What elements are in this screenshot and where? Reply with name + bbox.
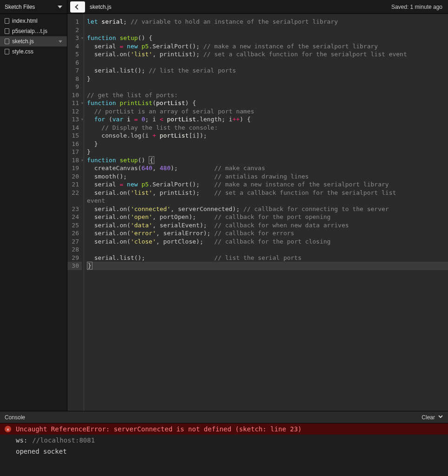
line-number: 4 xyxy=(67,42,82,51)
line-number: 11 xyxy=(67,99,82,107)
console-text-prefix: ws: xyxy=(16,436,27,444)
sketch-files-dropdown[interactable]: Sketch Files xyxy=(0,0,67,13)
line-gutter: 1234567891011121314151617181920212223242… xyxy=(67,14,84,411)
code-area[interactable]: let serial; // variable to hold an insta… xyxy=(84,14,448,411)
line-number: 27 xyxy=(67,238,82,246)
line-number: 1 xyxy=(67,18,82,26)
code-line[interactable]: createCanvas(640, 480); // make canvas xyxy=(87,164,448,172)
current-file-tab[interactable]: sketch.js xyxy=(88,4,112,10)
line-number: 26 xyxy=(67,229,82,238)
code-line[interactable]: serial.on('connected', serverConnected);… xyxy=(87,205,448,213)
file-icon xyxy=(5,28,9,34)
code-line[interactable]: serial.on('data', serialEvent); // callb… xyxy=(87,221,448,230)
line-number: 5 xyxy=(67,50,82,59)
chevron-down-icon xyxy=(58,6,62,8)
code-line[interactable]: smooth(); // antialias drawing lines xyxy=(87,172,448,181)
code-line[interactable]: function setup() { xyxy=(87,34,448,42)
line-number: 2 xyxy=(67,26,82,34)
sketch-files-label: Sketch Files xyxy=(5,4,35,10)
chevron-down-icon xyxy=(438,414,443,421)
code-line[interactable]: serial.on('list', printList); // set a c… xyxy=(87,189,448,197)
code-line[interactable]: } xyxy=(87,140,448,148)
code-line[interactable]: serial.on('error', serialError); // call… xyxy=(87,229,448,238)
code-editor[interactable]: 1234567891011121314151617181920212223242… xyxy=(67,14,448,411)
line-number: 19 xyxy=(67,164,82,172)
line-number: 24 xyxy=(67,213,82,221)
code-line[interactable]: } xyxy=(87,75,448,83)
code-line[interactable]: serial.list(); // list the serial ports xyxy=(87,66,448,75)
code-line[interactable]: let serial; // variable to hold an insta… xyxy=(87,18,448,26)
code-line[interactable]: } xyxy=(87,262,448,270)
code-line[interactable]: // get the list of ports: xyxy=(87,91,448,99)
code-line[interactable]: event xyxy=(87,197,448,205)
line-number: 8 xyxy=(67,75,82,83)
line-number: 12 xyxy=(67,107,82,116)
line-number xyxy=(67,197,82,205)
code-line[interactable]: function setup() { xyxy=(87,156,448,165)
console-text: Uncaught ReferenceError: serverConnected… xyxy=(16,425,302,433)
file-item[interactable]: p5serialp…t.js xyxy=(0,26,67,36)
line-number: 14 xyxy=(67,124,82,132)
console-error-line: ✕Uncaught ReferenceError: serverConnecte… xyxy=(0,423,448,435)
code-line[interactable]: // portList is an array of serial port n… xyxy=(87,107,448,116)
line-number: 28 xyxy=(67,245,82,254)
line-number: 22 xyxy=(67,189,82,197)
code-line[interactable]: serial.on('list', printList); // set a c… xyxy=(87,50,448,59)
line-number: 9 xyxy=(67,83,82,91)
code-line[interactable]: for (var i = 0; i < portList.length; i++… xyxy=(87,115,448,124)
file-item[interactable]: style.css xyxy=(0,46,67,57)
code-line[interactable]: serial.list(); // list the serial ports xyxy=(87,254,448,262)
code-line[interactable] xyxy=(87,245,448,254)
console-log-line: ws://localhost:8081 xyxy=(0,435,448,446)
line-number: 13 xyxy=(67,115,82,124)
file-label: style.css xyxy=(12,48,62,55)
file-label: p5serialp…t.js xyxy=(12,28,62,34)
line-number: 7 xyxy=(67,66,82,75)
line-number: 10 xyxy=(67,91,82,99)
code-line[interactable]: function printList(portList) { xyxy=(87,99,448,107)
console-text: opened socket xyxy=(16,448,67,455)
code-line[interactable]: serial = new p5.SerialPort(); // make a … xyxy=(87,180,448,189)
main-area: index.htmlp5serialp…t.jssketch.jsstyle.c… xyxy=(0,14,448,411)
console-title: Console xyxy=(5,414,422,421)
console-clear-label: Clear xyxy=(422,414,435,421)
code-line[interactable] xyxy=(87,26,448,34)
console-clear-button[interactable]: Clear xyxy=(422,414,443,421)
file-label: sketch.js xyxy=(12,38,56,45)
line-number: 20 xyxy=(67,172,82,181)
code-line[interactable]: serial.on('close', portClose); // callba… xyxy=(87,238,448,246)
code-line[interactable]: } xyxy=(87,148,448,156)
line-number: 30 xyxy=(67,262,82,270)
file-item[interactable]: index.html xyxy=(0,16,67,26)
file-icon xyxy=(5,39,9,44)
line-number: 18 xyxy=(67,156,82,165)
line-number: 17 xyxy=(67,148,82,156)
console-body[interactable]: ✕Uncaught ReferenceError: serverConnecte… xyxy=(0,423,448,476)
line-number: 21 xyxy=(67,180,82,189)
file-label: index.html xyxy=(12,18,62,24)
line-number: 15 xyxy=(67,132,82,140)
save-status: Saved: 1 minute ago xyxy=(391,4,442,10)
chevron-down-icon xyxy=(59,40,62,43)
code-line[interactable]: // Display the list the console: xyxy=(87,124,448,132)
code-line[interactable] xyxy=(87,59,448,67)
file-item[interactable]: sketch.js xyxy=(0,36,67,46)
back-button[interactable] xyxy=(70,1,85,13)
line-number: 23 xyxy=(67,205,82,213)
chevron-left-icon xyxy=(75,4,80,9)
file-icon xyxy=(5,18,9,24)
code-line[interactable]: console.log(i + portList[i]); xyxy=(87,132,448,140)
code-line[interactable] xyxy=(87,83,448,91)
code-line[interactable]: serial = new p5.SerialPort(); // make a … xyxy=(87,42,448,51)
file-sidebar: index.htmlp5serialp…t.jssketch.jsstyle.c… xyxy=(0,14,67,411)
line-number: 25 xyxy=(67,221,82,230)
console-panel: Console Clear ✕Uncaught ReferenceError: … xyxy=(0,411,448,476)
topbar: Sketch Files sketch.js Saved: 1 minute a… xyxy=(0,0,448,14)
code-line[interactable]: serial.on('open', portOpen); // callback… xyxy=(87,213,448,221)
file-icon xyxy=(5,49,9,54)
line-number: 3 xyxy=(67,34,82,42)
line-number: 29 xyxy=(67,254,82,262)
error-icon: ✕ xyxy=(5,426,11,432)
console-log-line: opened socket xyxy=(0,446,448,457)
console-header: Console Clear xyxy=(0,411,448,423)
